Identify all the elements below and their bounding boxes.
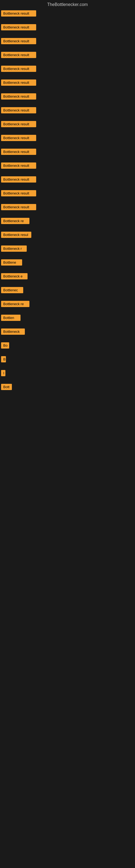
bottleneck-item[interactable]: Bo bbox=[1, 342, 9, 348]
items-container: Bottleneck resultBottleneck resultBottle… bbox=[0, 9, 135, 390]
site-title: TheBottlenecker.com bbox=[0, 0, 135, 9]
bottleneck-item[interactable]: Bottleneck result bbox=[1, 135, 36, 141]
bottleneck-item[interactable]: Bottleneck result bbox=[1, 149, 36, 155]
bottleneck-item[interactable]: Bottleneck result bbox=[1, 52, 36, 58]
bottleneck-item[interactable]: Bottleneck bbox=[1, 329, 25, 335]
bottleneck-item[interactable]: Bottleneck result bbox=[1, 176, 36, 183]
bottleneck-item[interactable]: Bottleneck re bbox=[1, 218, 30, 224]
bottleneck-item[interactable]: Bottleneck result bbox=[1, 121, 36, 127]
bottleneck-item[interactable]: B bbox=[1, 356, 6, 362]
bottleneck-item[interactable]: Bottleneck result bbox=[1, 93, 36, 99]
bottleneck-item[interactable]: Bottleneck result bbox=[1, 38, 36, 44]
bottleneck-item[interactable]: I bbox=[1, 370, 5, 376]
bottleneck-item[interactable]: Bottlenec bbox=[1, 287, 23, 293]
bottleneck-item[interactable]: Bottleneck r bbox=[1, 246, 27, 252]
bottleneck-item[interactable]: Bottleneck result bbox=[1, 80, 36, 86]
bottleneck-item[interactable]: Bottleneck result bbox=[1, 190, 36, 196]
bottleneck-item[interactable]: Bottlen bbox=[1, 315, 20, 321]
bottleneck-item[interactable]: Bottleneck result bbox=[1, 162, 36, 169]
bottleneck-item[interactable]: Bottleneck resul bbox=[1, 231, 31, 238]
bottleneck-item[interactable]: Bottleneck result bbox=[1, 204, 36, 210]
bottleneck-item[interactable]: Bottleneck re bbox=[1, 301, 30, 307]
bottleneck-item[interactable]: Bottleneck result bbox=[1, 66, 36, 72]
bottleneck-item[interactable]: Bottleneck result bbox=[1, 107, 36, 113]
bottleneck-item[interactable]: Bottleneck result bbox=[1, 24, 36, 30]
bottleneck-item[interactable]: Bottleneck e bbox=[1, 273, 28, 279]
bottleneck-item[interactable]: Bott bbox=[1, 384, 12, 390]
bottleneck-item[interactable]: Bottleneck result bbox=[1, 10, 36, 17]
bottleneck-item[interactable]: Bottlene bbox=[1, 259, 22, 266]
